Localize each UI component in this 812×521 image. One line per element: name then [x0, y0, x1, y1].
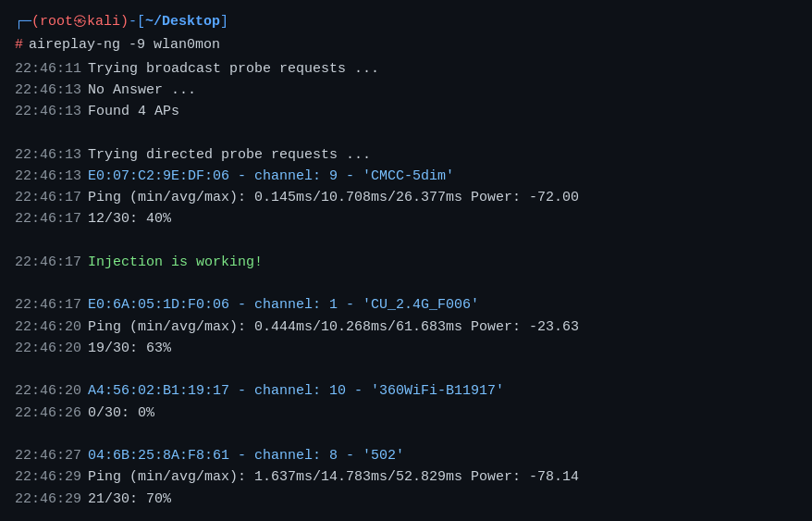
output-text: 19/30: 63% [88, 338, 171, 359]
timestamp: 22:46:27 [15, 445, 84, 466]
prompt-dash: - [129, 11, 137, 32]
output-line: 22:46:17E0:6A:05:1D:F0:06 - channel: 1 -… [15, 294, 797, 316]
timestamp: 22:46:13 [15, 101, 84, 122]
timestamp: 22:46:20 [15, 316, 84, 338]
output-text: 12/30: 40% [88, 208, 171, 229]
timestamp: 22:46:17 [15, 294, 84, 316]
output-text: Trying broadcast probe requests ... [88, 58, 379, 80]
output-text: No Answer ... [88, 80, 196, 101]
timestamp: 22:46:17 [15, 252, 84, 273]
output-text: Ping (min/avg/max): 0.444ms/10.268ms/61.… [88, 316, 579, 338]
prompt-dir-line: ┌─ (root㉿kali) - [ ~/Desktop ] [15, 11, 797, 32]
blank-line [15, 424, 797, 445]
output-line: 22:46:1712/30: 40% [15, 208, 797, 229]
prompt-interface: wlan0mon [154, 34, 220, 56]
timestamp: 22:46:13 [15, 144, 84, 166]
timestamp: 22:46:29 [15, 489, 84, 510]
blank-line [15, 359, 797, 380]
output-container: 22:46:11Trying broadcast probe requests … [15, 58, 797, 510]
output-text: Trying directed probe requests ... [88, 144, 371, 166]
output-text: Ping (min/avg/max): 1.637ms/14.783ms/52.… [88, 466, 579, 488]
output-text: E0:6A:05:1D:F0:06 - channel: 1 - 'CU_2.4… [88, 294, 479, 316]
output-line: 22:46:29Ping (min/avg/max): 1.637ms/14.7… [15, 466, 797, 488]
terminal-window: ┌─ (root㉿kali) - [ ~/Desktop ] # airepla… [0, 0, 812, 521]
output-line: 22:46:17Injection is working! [15, 252, 797, 273]
timestamp: 22:46:17 [15, 208, 84, 229]
output-text: Found 4 APs [88, 101, 179, 122]
blank-line [15, 230, 797, 252]
output-text: 0/30: 0% [88, 403, 154, 424]
prompt-user-host: (root㉿kali) [31, 11, 129, 32]
prompt-directory: ~/Desktop [145, 11, 220, 32]
blank-line [15, 273, 797, 294]
prompt-cmd-line: # aireplay-ng -9 wlan0mon [15, 34, 797, 56]
blank-line [15, 122, 797, 143]
timestamp: 22:46:29 [15, 466, 84, 488]
output-line: 22:46:13Found 4 APs [15, 101, 797, 122]
output-text: 21/30: 70% [88, 489, 171, 510]
timestamp: 22:46:20 [15, 380, 84, 402]
output-text: E0:07:C2:9E:DF:06 - channel: 9 - 'CMCC-5… [88, 166, 454, 187]
prompt-command: aireplay-ng [29, 34, 120, 56]
output-text: Ping (min/avg/max): 0.145ms/10.708ms/26.… [88, 187, 579, 208]
timestamp: 22:46:17 [15, 187, 84, 208]
output-text: Injection is working! [88, 252, 263, 273]
output-line: 22:46:13No Answer ... [15, 80, 797, 101]
output-line: 22:46:2704:6B:25:8A:F8:61 - channel: 8 -… [15, 445, 797, 466]
timestamp: 22:46:13 [15, 166, 84, 187]
timestamp: 22:46:26 [15, 403, 84, 424]
output-line: 22:46:13E0:07:C2:9E:DF:06 - channel: 9 -… [15, 166, 797, 187]
output-line: 22:46:20A4:56:02:B1:19:17 - channel: 10 … [15, 380, 797, 402]
output-text: A4:56:02:B1:19:17 - channel: 10 - '360Wi… [88, 380, 504, 402]
bracket-dir-close: ] [220, 11, 228, 32]
prompt-hash: # [15, 34, 23, 56]
prompt-flag: -9 [129, 34, 145, 56]
output-text: 04:6B:25:8A:F8:61 - channel: 8 - '502' [88, 445, 404, 466]
output-line: 22:46:2921/30: 70% [15, 489, 797, 510]
output-line: 22:46:11Trying broadcast probe requests … [15, 58, 797, 80]
timestamp: 22:46:13 [15, 80, 84, 101]
timestamp: 22:46:20 [15, 338, 84, 359]
output-line: 22:46:13Trying directed probe requests .… [15, 144, 797, 166]
bracket-dir-open: [ [137, 11, 145, 32]
output-line: 22:46:26 0/30: 0% [15, 403, 797, 424]
output-line: 22:46:17Ping (min/avg/max): 0.145ms/10.7… [15, 187, 797, 208]
timestamp: 22:46:11 [15, 58, 84, 80]
output-line: 22:46:20Ping (min/avg/max): 0.444ms/10.2… [15, 316, 797, 338]
bracket-open: ┌─ [15, 11, 31, 32]
output-line: 22:46:2019/30: 63% [15, 338, 797, 359]
